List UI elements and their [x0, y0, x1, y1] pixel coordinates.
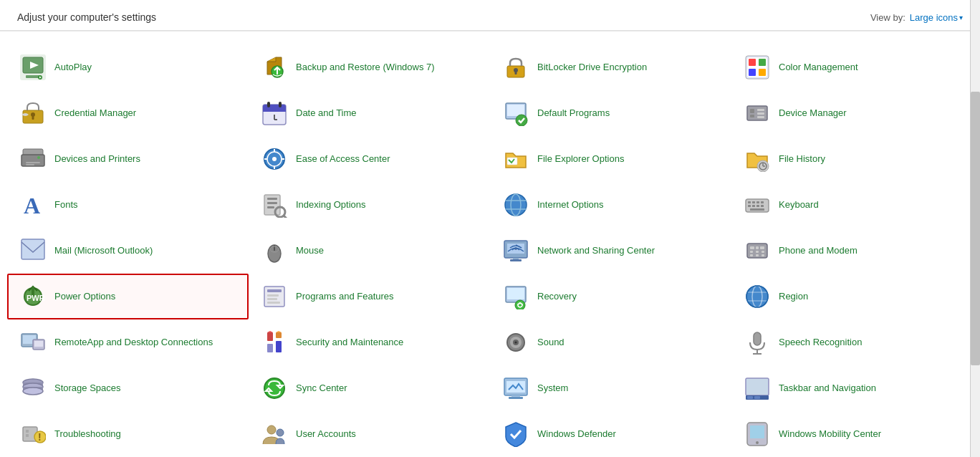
- scrollbar-thumb[interactable]: [971, 92, 980, 366]
- color-management-label: Color Management: [779, 62, 961, 74]
- control-panel-item-remoteapp[interactable]: RemoteApp and Desktop Connections: [7, 319, 249, 365]
- svg-point-47: [37, 156, 40, 159]
- view-by-dropdown[interactable]: Large icons: [910, 12, 963, 23]
- scrollbar-track[interactable]: [970, 0, 980, 457]
- control-panel-item-security-maintenance[interactable]: Security and Maintenance: [249, 319, 490, 365]
- control-panel-item-fonts[interactable]: AFonts: [7, 182, 249, 228]
- programs-features-icon: [260, 282, 289, 311]
- svg-rect-85: [750, 208, 764, 211]
- svg-rect-17: [749, 69, 756, 76]
- svg-rect-132: [34, 341, 43, 347]
- ease-access-label: Ease of Access Center: [296, 153, 479, 165]
- svg-rect-135: [276, 332, 282, 338]
- control-panel-item-power-options[interactable]: PWRPower Options: [7, 274, 249, 319]
- svg-rect-146: [754, 332, 761, 345]
- svg-rect-27: [267, 102, 270, 107]
- svg-rect-82: [752, 205, 755, 207]
- control-panel-item-windows-mobility[interactable]: Windows Mobility Center: [731, 411, 973, 457]
- user-accounts-label: User Accounts: [296, 428, 479, 441]
- windows-mobility-label: Windows Mobility Center: [779, 428, 961, 441]
- control-panel-item-default-programs[interactable]: Default Programs: [490, 90, 731, 136]
- ease-access-icon: [260, 145, 289, 173]
- control-panel-item-phone-modem[interactable]: Phone and Modem: [731, 228, 973, 274]
- view-by-container: View by: Large icons: [870, 12, 963, 23]
- control-panel-item-sound[interactable]: Sound: [490, 319, 731, 365]
- svg-rect-81: [748, 205, 751, 207]
- control-panel-item-autoplay[interactable]: AutoPlay: [7, 44, 249, 90]
- svg-rect-133: [261, 329, 287, 355]
- control-panel-item-storage-spaces[interactable]: Storage Spaces: [7, 365, 249, 411]
- system-label: System: [537, 383, 720, 395]
- region-label: Region: [779, 291, 961, 303]
- sync-center-label: Sync Center: [296, 383, 479, 395]
- control-panel-item-devices-printers[interactable]: Devices and Printers: [7, 136, 249, 182]
- power-options-icon: PWR: [19, 282, 47, 311]
- svg-rect-15: [749, 59, 756, 66]
- control-panel-item-color-management[interactable]: Color Management: [731, 44, 973, 90]
- svg-rect-159: [506, 381, 525, 393]
- speech-recognition-label: Speech Recognition: [779, 337, 961, 349]
- sound-icon: [501, 328, 530, 357]
- control-panel-item-region[interactable]: Region: [731, 274, 973, 319]
- windows-defender-icon: [501, 420, 530, 448]
- svg-point-122: [515, 300, 525, 309]
- svg-text:PWR: PWR: [27, 294, 45, 302]
- svg-rect-3: [26, 75, 40, 78]
- control-panel-item-internet-options[interactable]: Internet Options: [490, 182, 731, 228]
- internet-options-label: Internet Options: [537, 199, 720, 211]
- svg-rect-22: [32, 116, 34, 120]
- header: Adjust your computer's settings View by:…: [0, 0, 980, 31]
- control-panel-item-bitlocker[interactable]: BitLocker Drive Encryption: [490, 44, 731, 90]
- svg-rect-78: [752, 201, 755, 203]
- control-panel-item-ease-access[interactable]: Ease of Access Center: [249, 136, 490, 182]
- speech-recognition-icon: [743, 328, 772, 357]
- svg-rect-118: [267, 302, 280, 304]
- svg-point-55: [272, 157, 277, 161]
- svg-point-174: [267, 425, 276, 434]
- programs-features-label: Programs and Features: [296, 291, 479, 303]
- file-explorer-label: File Explorer Options: [537, 153, 720, 165]
- storage-spaces-icon: [19, 374, 47, 403]
- control-panel-item-speech-recognition[interactable]: Speech Recognition: [731, 319, 973, 365]
- mail-icon: [19, 236, 47, 265]
- file-history-icon: [743, 145, 772, 173]
- date-time-label: Date and Time: [296, 107, 479, 120]
- svg-rect-107: [756, 254, 759, 256]
- taskbar-navigation-icon: [743, 374, 772, 403]
- svg-rect-67: [267, 198, 277, 200]
- svg-rect-163: [746, 378, 769, 395]
- control-panel-item-credential-manager[interactable]: Credential Manager: [7, 90, 249, 136]
- control-panel-item-indexing[interactable]: Indexing Options: [249, 182, 490, 228]
- troubleshooting-label: Troubleshooting: [54, 428, 237, 441]
- control-panel-item-system[interactable]: System: [490, 365, 731, 411]
- svg-rect-69: [267, 206, 274, 208]
- control-panel-item-file-history[interactable]: File History: [731, 136, 973, 182]
- control-panel-item-windows-defender[interactable]: Windows Defender: [490, 411, 731, 457]
- svg-rect-41: [757, 116, 764, 118]
- remoteapp-label: RemoteApp and Desktop Connections: [54, 337, 237, 349]
- control-panel-item-sync-center[interactable]: Sync Center: [249, 365, 490, 411]
- control-panel-item-backup-restore[interactable]: Backup and Restore (Windows 7): [249, 44, 490, 90]
- svg-rect-84: [761, 205, 764, 207]
- control-panel-item-programs-features[interactable]: Programs and Features: [249, 274, 490, 319]
- control-panel-item-mouse[interactable]: Mouse: [249, 228, 490, 274]
- device-manager-icon: [743, 99, 772, 128]
- svg-rect-83: [756, 205, 759, 207]
- control-panel-item-mail[interactable]: Mail (Microsoft Outlook): [7, 228, 249, 274]
- control-panel-item-keyboard[interactable]: Keyboard: [731, 182, 973, 228]
- control-panel-item-taskbar-navigation[interactable]: Taskbar and Navigation: [731, 365, 973, 411]
- control-panel-item-network-sharing[interactable]: Network and Sharing Center: [490, 228, 731, 274]
- svg-rect-96: [510, 259, 522, 261]
- control-panel-item-troubleshooting[interactable]: !Troubleshooting: [7, 411, 249, 457]
- control-panel-item-device-manager[interactable]: Device Manager: [731, 90, 973, 136]
- control-panel-item-date-time[interactable]: Date and Time: [249, 90, 490, 136]
- devices-printers-label: Devices and Printers: [54, 153, 237, 165]
- svg-rect-137: [276, 341, 282, 352]
- view-by-label: View by:: [870, 12, 905, 23]
- control-panel-item-user-accounts[interactable]: User Accounts: [249, 411, 490, 457]
- file-history-label: File History: [779, 153, 961, 165]
- bitlocker-label: BitLocker Drive Encryption: [537, 62, 720, 74]
- control-panel-item-recovery[interactable]: Recovery: [490, 274, 731, 319]
- control-panel-item-file-explorer[interactable]: File Explorer Options: [490, 136, 731, 182]
- svg-rect-136: [267, 344, 273, 352]
